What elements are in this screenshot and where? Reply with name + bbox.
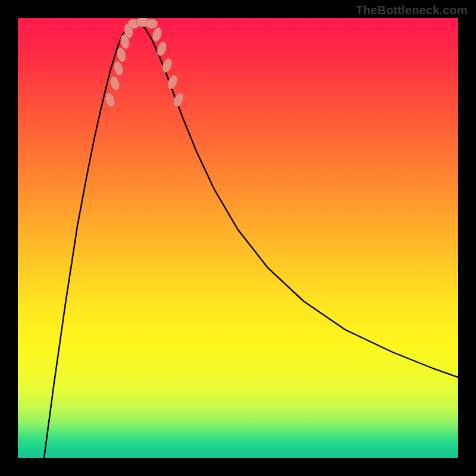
chart-plot-area xyxy=(18,18,458,458)
marker-group xyxy=(104,18,186,108)
watermark-text: TheBottleneck.com xyxy=(356,4,468,17)
marker xyxy=(146,19,158,29)
marker xyxy=(104,92,117,108)
marker xyxy=(161,57,173,73)
curve-right xyxy=(137,21,458,377)
marker xyxy=(109,76,121,92)
marker xyxy=(112,61,124,77)
curve-left xyxy=(44,21,137,458)
marker xyxy=(156,40,168,57)
chart-frame: TheBottleneck.com xyxy=(0,0,476,476)
chart-svg xyxy=(18,18,458,458)
